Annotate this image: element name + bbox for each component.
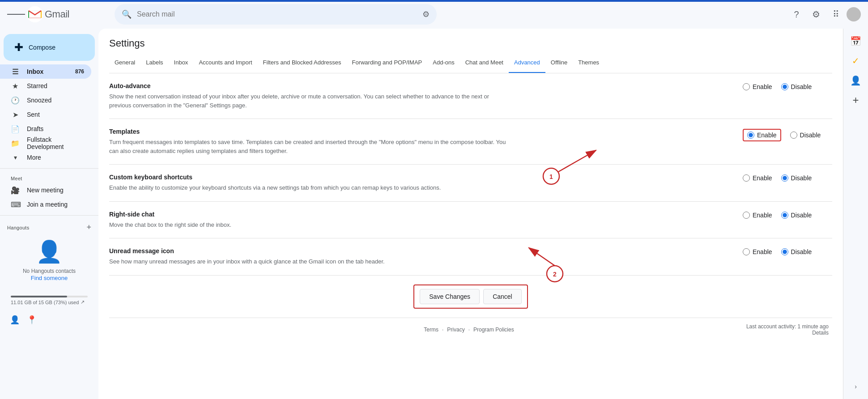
keyboard-disable-radio[interactable] (781, 174, 788, 182)
terms-link[interactable]: Terms (424, 327, 438, 333)
location-icon[interactable]: 📍 (24, 312, 39, 327)
apps-button[interactable]: ⠿ (827, 5, 845, 23)
sidebar-item-fullstack[interactable]: 📁 Fullstack Development (0, 136, 91, 150)
right-chat-enable-label[interactable]: Enable (743, 212, 772, 219)
right-chat-disable-radio[interactable] (781, 212, 788, 219)
chevron-down-icon: ▾ (11, 154, 20, 161)
right-contacts-icon[interactable]: 👤 (847, 72, 865, 89)
program-policies-link[interactable]: Program Policies (473, 327, 514, 333)
right-tasks-icon[interactable]: ✓ (847, 52, 865, 70)
compose-button[interactable]: ✚ Compose (4, 34, 95, 61)
avatar[interactable] (847, 7, 861, 21)
sidebar-divider-2 (0, 215, 98, 216)
tab-addons[interactable]: Add-ons (427, 53, 460, 73)
footer-dot-2: · (468, 327, 470, 333)
templates-disable-radio[interactable] (790, 132, 797, 139)
privacy-link[interactable]: Privacy (447, 327, 464, 333)
sent-icon: ➤ (11, 110, 20, 119)
tab-chat[interactable]: Chat and Meet (460, 53, 509, 73)
disable-label-3: Disable (791, 212, 812, 219)
templates-highlight-box: Enable (743, 129, 781, 141)
unread-disable-radio[interactable] (781, 248, 788, 255)
setting-info-unread-icon: Unread message icon See how many unread … (109, 247, 743, 266)
setting-controls-right-chat: Enable Disable (743, 211, 832, 219)
sidebar-item-inbox[interactable]: ☰ Inbox 876 (0, 64, 91, 79)
setting-row-right-chat: Right-side chat Move the chat box to the… (109, 202, 832, 239)
templates-disable-label[interactable]: Disable (790, 132, 821, 139)
auto-advance-disable-radio[interactable] (781, 83, 788, 90)
save-changes-button[interactable]: Save Changes (420, 289, 480, 304)
setting-info-right-chat: Right-side chat Move the chat box to the… (109, 211, 743, 229)
auto-advance-enable-radio[interactable] (743, 83, 750, 90)
sidebar-more-button[interactable]: ▾ More (0, 150, 91, 165)
search-bar[interactable]: 🔍 ⚙ (115, 4, 437, 25)
search-input[interactable] (137, 10, 422, 18)
sidebar-item-join-meeting[interactable]: ⌨ Join a meeting (0, 197, 91, 212)
setting-desc-auto-advance: Show the next conversation instead of yo… (109, 92, 512, 110)
more-label: More (27, 154, 41, 161)
storage-section: 11.01 GB of 15 GB (73%) used ↗ (0, 292, 98, 309)
auto-advance-enable-label[interactable]: Enable (743, 83, 772, 90)
right-expand-icon[interactable]: › (847, 378, 865, 395)
tab-inbox[interactable]: Inbox (169, 53, 194, 73)
setting-controls-unread-icon: Enable Disable (743, 247, 832, 255)
sidebar-item-snoozed[interactable]: 🕐 Snoozed (0, 93, 91, 107)
right-sidebar: 📅 ✓ 👤 + › (843, 29, 868, 399)
hangouts-section: Hangouts + 👤 No Hangouts contacts Find s… (0, 219, 98, 292)
details-link[interactable]: Details (812, 330, 829, 336)
tab-accounts[interactable]: Accounts and Import (193, 53, 257, 73)
settings-button[interactable]: ⚙ (807, 5, 825, 23)
right-add-button[interactable]: + (847, 91, 865, 109)
cancel-button[interactable]: Cancel (483, 289, 522, 304)
tab-forwarding[interactable]: Forwarding and POP/IMAP (346, 53, 427, 73)
tab-offline[interactable]: Offline (545, 53, 573, 73)
templates-enable-label[interactable]: Enable (747, 132, 777, 139)
unread-disable-label[interactable]: Disable (781, 248, 812, 255)
tab-labels[interactable]: Labels (140, 53, 168, 73)
snoozed-icon: 🕐 (11, 96, 20, 105)
footer: Terms · Privacy · Program Policies Last … (109, 318, 832, 341)
right-chat-enable-radio[interactable] (743, 212, 750, 219)
disable-label-0: Disable (791, 83, 812, 90)
hangouts-row: Hangouts + (7, 223, 91, 232)
sidebar-item-sent[interactable]: ➤ Sent (0, 107, 91, 122)
setting-title-right-chat: Right-side chat (109, 211, 725, 218)
sidebar-item-starred[interactable]: ★ Starred (0, 79, 91, 93)
inbox-label: Inbox (27, 68, 75, 75)
disable-label-1: Disable (800, 132, 821, 139)
setting-info-auto-advance: Auto-advance Show the next conversation … (109, 82, 743, 110)
keyboard-enable-label[interactable]: Enable (743, 174, 772, 182)
unread-enable-label[interactable]: Enable (743, 248, 772, 255)
right-chat-disable-label[interactable]: Disable (781, 212, 812, 219)
folder-icon: 📁 (11, 139, 20, 148)
join-meeting-label: Join a meeting (27, 201, 84, 208)
setting-title-templates: Templates (109, 128, 725, 135)
keyboard-enable-radio[interactable] (743, 174, 750, 182)
layout: ✚ Compose ☰ Inbox 876 ★ Starred 🕐 Snooze… (0, 29, 868, 399)
sidebar-item-drafts[interactable]: 📄 Drafts (0, 122, 91, 136)
unread-enable-radio[interactable] (743, 248, 750, 255)
person-icon[interactable]: 👤 (7, 312, 22, 327)
help-button[interactable]: ? (787, 5, 805, 23)
tab-advanced[interactable]: Advanced (509, 53, 545, 73)
drafts-icon: 📄 (11, 125, 20, 133)
right-calendar-icon[interactable]: 📅 (847, 32, 865, 50)
sidebar-item-new-meeting[interactable]: 🎥 New meeting (0, 183, 91, 197)
sidebar-divider-1 (0, 168, 98, 169)
auto-advance-disable-label[interactable]: Disable (781, 83, 812, 90)
keyboard-disable-label[interactable]: Disable (781, 174, 812, 182)
tab-filters[interactable]: Filters and Blocked Addresses (258, 53, 347, 73)
menu-button[interactable] (7, 5, 25, 23)
tab-themes[interactable]: Themes (573, 53, 604, 73)
search-filter-icon[interactable]: ⚙ (422, 9, 430, 19)
hangouts-find-link[interactable]: Find someone (31, 275, 68, 281)
starred-icon: ★ (11, 82, 20, 90)
setting-info-keyboard: Custom keyboard shortcuts Enable the abi… (109, 174, 743, 192)
tab-general[interactable]: General (109, 53, 140, 73)
setting-title-unread-icon: Unread message icon (109, 247, 725, 255)
hangouts-add-button[interactable]: + (86, 223, 91, 232)
settings-rows-container: Auto-advance Show the next conversation … (109, 73, 832, 276)
templates-enable-radio[interactable] (747, 132, 754, 139)
setting-desc-right-chat: Move the chat box to the right side of t… (109, 221, 512, 229)
search-icon: 🔍 (122, 9, 132, 19)
